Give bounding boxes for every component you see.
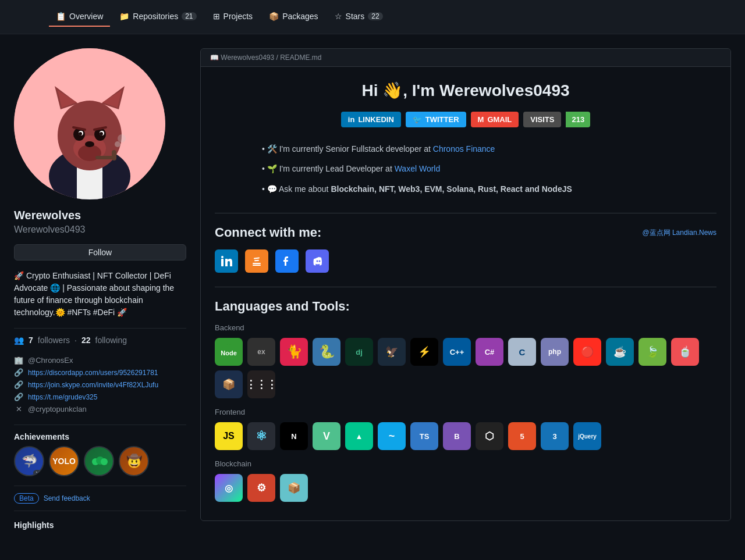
achievement-green[interactable] — [84, 446, 114, 476]
follow-button[interactable]: Follow — [14, 244, 186, 261]
tool-vuejs[interactable]: V — [313, 422, 340, 450]
tool-html5[interactable]: 5 — [508, 422, 536, 450]
twitter-icon: 🐦 — [413, 115, 422, 124]
star-icon: ☆ — [335, 12, 342, 21]
repo-badge: 21 — [182, 12, 196, 20]
tool-cplusplus[interactable]: C++ — [443, 338, 471, 366]
tool-c[interactable]: C — [508, 338, 536, 366]
tool-css3[interactable]: 3 — [541, 422, 569, 450]
discord-link[interactable]: https://discordapp.com/users/9526291781 — [28, 369, 158, 377]
tool-spring[interactable]: 🍃 — [638, 338, 666, 366]
tool-web3box[interactable]: 📦 — [215, 370, 243, 398]
tool-nodejs[interactable]: Node — [215, 338, 243, 366]
tab-repositories[interactable]: 📁 Repositories 21 — [112, 7, 203, 27]
nav-tabs: 📋 Overview 📁 Repositories 21 ⊞ Projects … — [49, 7, 390, 27]
readme-header: 📖 Werewolves0493 / README.md — [201, 49, 730, 67]
tool-express[interactable]: ex — [247, 338, 275, 366]
discord-social-icon[interactable] — [306, 249, 329, 273]
tool-python[interactable]: 🐍 — [313, 338, 340, 366]
tool-php[interactable]: php — [541, 338, 569, 366]
highlights-title: Highlights — [14, 520, 186, 530]
svg-rect-30 — [253, 263, 261, 264]
tab-stars[interactable]: ☆ Stars 22 — [328, 7, 390, 27]
tool-socketio[interactable]: ⚡ — [410, 338, 438, 366]
link-icon-3: 🔗 — [14, 393, 23, 401]
link-icon-1: 🔗 — [14, 368, 23, 377]
bio: 🚀 Crypto Enthusiast | NFT Collector | De… — [14, 270, 186, 319]
org-icon: 🏢 — [14, 356, 23, 365]
tool-laravel[interactable]: 🔴 — [573, 338, 601, 366]
tools-section: Languages and Tools: Backend Node ex 🐈 🐍… — [215, 287, 716, 502]
link-icon-2: 🔗 — [14, 380, 23, 389]
tool-tailwind2[interactable]: 🍵 — [671, 338, 699, 366]
tool-kafka[interactable]: ⋮⋮⋮ — [247, 370, 275, 398]
link-discord[interactable]: 🔗 https://discordapp.com/users/952629178… — [14, 366, 186, 379]
feedback-divider — [14, 511, 186, 511]
sidebar: Werewolves Werewolves0493 Follow 🚀 Crypt… — [14, 48, 186, 530]
achievements-list: 🦈 x3 YOLO 🤠 — [14, 446, 186, 476]
link-skype[interactable]: 🔗 https://join.skype.com/invite/v4Ff82XL… — [14, 379, 186, 391]
gmail-badge[interactable]: M GMAIL — [471, 112, 519, 127]
tools-title: Languages and Tools: — [215, 299, 716, 314]
achievement-count: x3 — [33, 470, 44, 476]
achievements-divider — [14, 486, 186, 486]
svg-rect-28 — [221, 259, 224, 266]
link-telegram[interactable]: 🔗 https://t.me/grudev325 — [14, 391, 186, 403]
tool-falcon[interactable]: 🦅 — [378, 338, 406, 366]
achievement-shark[interactable]: 🦈 x3 — [14, 446, 44, 476]
twitter-badge[interactable]: 🐦 TWITTER — [406, 112, 466, 127]
tool-solana[interactable]: ◎ — [215, 474, 243, 502]
connect-section: Connect with me: @蓝点网 Landian.News — [215, 213, 716, 273]
tool-ipfs[interactable]: 📦 — [280, 474, 308, 502]
tab-projects[interactable]: ⊞ Projects — [206, 7, 260, 27]
readme-icon: 📖 — [210, 53, 219, 62]
skype-link[interactable]: https://join.skype.com/invite/v4Ff82XLJu… — [28, 381, 158, 389]
send-feedback-link[interactable]: Send feedback — [44, 494, 90, 502]
followers-label: followers — [38, 336, 70, 345]
connect-header: Connect with me: @蓝点网 Landian.News — [215, 225, 716, 240]
top-navigation: 📋 Overview 📁 Repositories 21 ⊞ Projects … — [0, 0, 745, 34]
tool-bootstrap[interactable]: B — [443, 422, 471, 450]
stackoverflow-social-icon[interactable] — [245, 249, 268, 273]
connect-credit: @蓝点网 Landian.News — [642, 228, 716, 238]
bullet-3: • 💬 Ask me about Blockchain, NFT, Web3, … — [262, 179, 669, 199]
tool-csharp[interactable]: C# — [476, 338, 503, 366]
tool-rust[interactable]: ⚙ — [247, 474, 275, 502]
tool-typescript[interactable]: TS — [410, 422, 438, 450]
waxel-link[interactable]: Waxel World — [395, 164, 441, 173]
svg-point-8 — [85, 141, 94, 147]
tab-overview[interactable]: 📋 Overview — [49, 7, 110, 27]
tool-js[interactable]: JS — [215, 422, 243, 450]
gmail-icon: M — [478, 115, 484, 124]
linkedin-badge[interactable]: in LINKEDIN — [341, 112, 401, 127]
frontend-label: Frontend — [215, 408, 716, 416]
telegram-link[interactable]: https://t.me/grudev325 — [28, 393, 97, 401]
tab-packages[interactable]: 📦 Packages — [262, 7, 325, 27]
tool-jquery[interactable]: jQuery — [573, 422, 601, 450]
tool-java[interactable]: ☕ — [606, 338, 634, 366]
tool-unity[interactable]: ⬡ — [476, 422, 503, 450]
achievement-yolo[interactable]: YOLO — [49, 446, 79, 476]
frontend-tools-row: JS ⚛ N V ▲ ~ TS B ⬡ 5 3 jQuery — [215, 422, 716, 450]
tool-tailwindcss[interactable]: ~ — [378, 422, 406, 450]
svg-text:Node: Node — [221, 349, 237, 356]
tool-nestjs[interactable]: 🐈 — [280, 338, 308, 366]
achievement-cowboy[interactable]: 🤠 — [119, 446, 149, 476]
tool-nuxtjs[interactable]: ▲ — [345, 422, 373, 450]
book-icon: 📋 — [56, 12, 66, 21]
chronos-link[interactable]: Chronos Finance — [433, 144, 495, 154]
project-icon: ⊞ — [213, 12, 220, 21]
svg-point-27 — [101, 458, 108, 465]
tool-nextjs[interactable]: N — [280, 422, 308, 450]
repo-icon: 📁 — [119, 12, 129, 21]
blockchain-label: Blockchain — [215, 459, 716, 468]
social-badges: in LINKEDIN 🐦 TWITTER M GMAIL VISITS 213 — [215, 112, 716, 127]
facebook-social-icon[interactable] — [275, 249, 299, 273]
svg-point-13 — [79, 132, 82, 135]
tool-django[interactable]: dj — [345, 338, 373, 366]
linkedin-social-icon[interactable] — [215, 249, 238, 273]
svg-rect-32 — [254, 257, 260, 259]
visits-badge[interactable]: VISITS — [523, 112, 561, 127]
tool-react[interactable]: ⚛ — [247, 422, 275, 450]
achievements-title: Achievements — [14, 432, 186, 441]
